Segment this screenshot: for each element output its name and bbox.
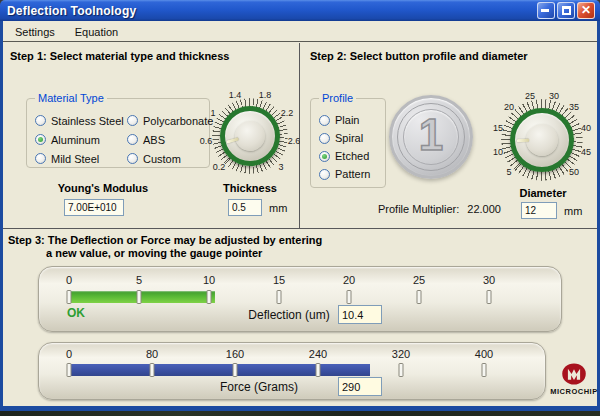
gauge-tick [137,290,142,304]
radio-indicator [35,115,46,126]
taskbar-sliver [0,411,600,416]
close-icon: ✕ [578,3,594,18]
gauge-tick-label: 10 [203,274,215,286]
material-type-group: Material Type Stainless Steel Polycarbon… [26,98,210,168]
radio-etched[interactable]: Etched [319,147,383,165]
knob-tick-label: 3 [278,162,283,172]
profile-group: Profile Plain Spiral Etched Pattern [310,98,386,188]
radio-indicator [35,153,46,164]
gauge-tick [277,290,282,304]
button-preview: 1 [389,95,473,179]
knob-tick-label: 5 [506,167,511,177]
knob-pointer[interactable] [517,139,529,143]
material-type-options: Stainless Steel Polycarbonate Aluminum A… [27,99,209,172]
force-bar[interactable] [67,364,370,376]
gauge-tick [347,290,352,304]
radio-indicator [319,133,330,144]
knob-pointer[interactable] [227,138,239,144]
knob-tick-label: 10 [493,147,503,157]
menu-item-settings[interactable]: Settings [9,24,61,40]
gauge-tick [67,290,72,304]
step1-title: Step 1: Select material type and thickne… [10,50,229,62]
gauge-tick-label: 0 [66,274,72,286]
step2-panel: Step 2: Select button profile and diamet… [300,43,597,229]
deflection-status: OK [67,306,85,320]
button-numeral: 1 [392,110,470,160]
radio-indicator [319,151,330,162]
gauge-tick-label: 400 [475,348,493,360]
radio-indicator [35,134,46,145]
radio-label: Plain [335,114,359,126]
close-button[interactable]: ✕ [577,2,595,19]
knob-tick-label: 30 [549,91,559,101]
radio-pattern[interactable]: Pattern [319,165,383,183]
radio-stainless-steel[interactable]: Stainless Steel [35,111,127,130]
force-gauge: 0 80 160 240 320 400 Force (Grams) [38,342,546,400]
radio-indicator [127,134,138,145]
radio-spiral[interactable]: Spiral [319,129,383,147]
thickness-input[interactable] [228,199,262,216]
force-input[interactable] [338,377,382,396]
knob-tick-label: 25 [525,91,535,101]
profile-multiplier: Profile Multiplier:22.000 [378,203,501,215]
step1-panel: Step 1: Select material type and thickne… [3,43,300,229]
minimize-button[interactable] [537,2,555,19]
diameter-label: Diameter [503,187,583,199]
knob-tick-label: 1.8 [259,90,272,100]
radio-mild-steel[interactable]: Mild Steel [35,149,127,168]
gauge-tick [207,290,212,304]
gauge-tick-label: 160 [226,348,244,360]
step2-title: Step 2: Select button profile and diamet… [310,50,528,62]
profile-options: Plain Spiral Etched Pattern [311,99,385,187]
deflection-input[interactable] [338,305,382,324]
maximize-button[interactable] [557,2,575,19]
gauge-tick-label: 240 [309,348,327,360]
radio-label: ABS [143,134,165,146]
profile-multiplier-value: 22.000 [467,203,501,215]
gauge-tick-label: 20 [343,274,355,286]
titlebar[interactable]: Deflection Toolnology ✕ [0,0,600,21]
profile-legend: Profile [319,92,356,104]
gauge-tick [316,363,321,377]
gauge-tick-label: 30 [483,274,495,286]
diameter-knob[interactable]: 5 10 15 20 25 30 35 40 45 50 [494,92,590,188]
force-label: Force (Grams) [179,380,339,394]
app-window: Deflection Toolnology ✕ Settings Equatio… [0,0,600,416]
knob-tick-label: 0.6 [200,136,213,146]
diameter-unit: mm [564,205,582,217]
knob-tick-label: 15 [493,123,503,133]
gauge-tick [417,290,422,304]
knob-tick-label: 0.2 [213,162,226,172]
gauge-tick-label: 80 [146,348,158,360]
radio-indicator [319,115,330,126]
material-type-legend: Material Type [35,92,107,104]
radio-plain[interactable]: Plain [319,111,383,129]
window-controls: ✕ [537,2,595,19]
radio-label: Custom [143,153,181,165]
minimize-icon [541,9,549,12]
gauge-tick-label: 15 [273,274,285,286]
radio-aluminum[interactable]: Aluminum [35,130,127,149]
knob-tick-label: 35 [569,102,579,112]
diameter-input[interactable] [521,202,557,219]
gauge-tick-label: 5 [136,274,142,286]
radio-label: Pattern [335,168,370,180]
gauge-tick-label: 0 [66,348,72,360]
profile-multiplier-label: Profile Multiplier: [378,203,459,215]
step3-title-line1: Step 3: The Deflection or Force may be a… [8,234,322,246]
knob-tick-label: 45 [581,147,591,157]
gauge-tick [67,363,72,377]
youngs-modulus-input[interactable] [64,199,124,216]
thickness-knob[interactable]: 0.2 0.6 1 1.4 1.8 2.2 2.6 3 [205,91,295,181]
knob-tick-label: 1 [210,108,215,118]
knob-tick-label: 1.4 [229,90,242,100]
youngs-modulus-label: Young's Modulus [43,182,163,194]
menu-item-equation[interactable]: Equation [69,24,124,40]
step3-title-line2: a new value, or moving the gauge pointer [46,247,262,259]
radio-label: Mild Steel [51,153,99,165]
radio-custom[interactable]: Custom [127,149,213,168]
knob-tick-label: 40 [581,123,591,133]
gauge-tick-label: 25 [413,274,425,286]
gauge-tick-label: 320 [392,348,410,360]
radio-label: Etched [335,150,369,162]
